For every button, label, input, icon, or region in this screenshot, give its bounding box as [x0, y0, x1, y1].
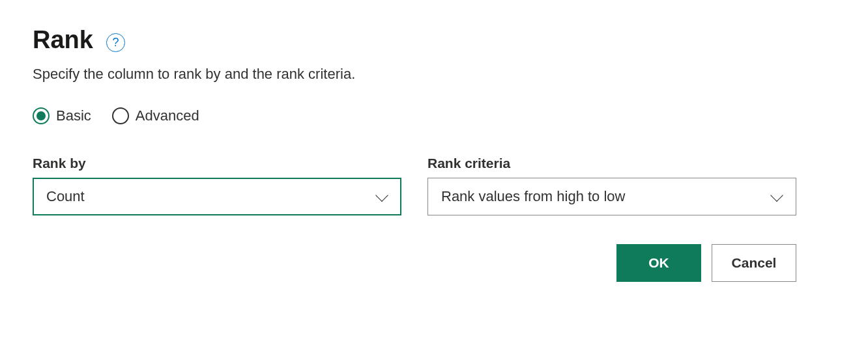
dialog-subtitle: Specify the column to rank by and the ra…	[33, 66, 835, 83]
chevron-down-icon	[376, 193, 388, 200]
help-icon[interactable]	[106, 33, 125, 52]
radio-label-advanced: Advanced	[136, 107, 199, 124]
dropdown-rank-criteria-value: Rank values from high to low	[441, 188, 625, 205]
dropdown-rank-by[interactable]: Count	[33, 178, 401, 215]
radio-indicator-selected	[33, 107, 50, 124]
radio-advanced[interactable]: Advanced	[112, 107, 199, 124]
label-rank-by: Rank by	[33, 156, 401, 171]
label-rank-criteria: Rank criteria	[427, 156, 796, 171]
dialog-title: Rank	[33, 26, 93, 54]
radio-basic[interactable]: Basic	[33, 107, 91, 124]
dropdown-rank-by-value: Count	[46, 188, 85, 205]
radio-indicator-unselected	[112, 107, 129, 124]
field-rank-criteria: Rank criteria Rank values from high to l…	[427, 156, 796, 215]
cancel-button[interactable]: Cancel	[712, 244, 796, 282]
radio-label-basic: Basic	[56, 107, 91, 124]
ok-button[interactable]: OK	[616, 244, 701, 282]
mode-radio-group: Basic Advanced	[33, 107, 835, 124]
dropdown-rank-criteria[interactable]: Rank values from high to low	[427, 178, 796, 215]
chevron-down-icon	[771, 193, 783, 200]
field-rank-by: Rank by Count	[33, 156, 401, 215]
